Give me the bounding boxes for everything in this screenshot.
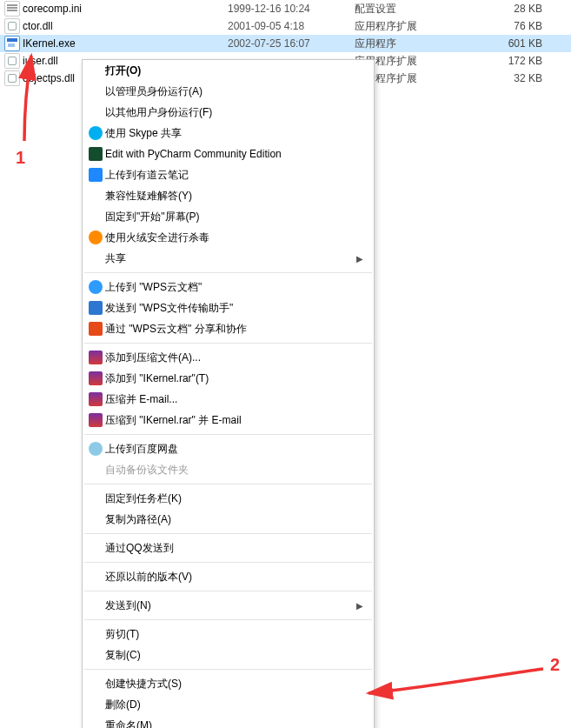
menu-item-label: 固定到任务栏(K) [105, 491, 356, 506]
pc-icon [86, 146, 105, 162]
menu-item[interactable]: 兼容性疑难解答(Y) [83, 185, 374, 206]
menu-item[interactable]: 添加到 "IKernel.rar"(T) [83, 368, 374, 389]
menu-separator [84, 343, 372, 344]
file-ini-icon [3, 1, 21, 17]
rar-icon [86, 350, 105, 365]
menu-item-label: 上传到百度网盘 [105, 442, 356, 457]
menu-item[interactable]: 压缩并 E-mail... [83, 389, 374, 410]
menu-item[interactable]: 重命名(M) [83, 715, 374, 728]
menu-item[interactable]: 共享▶ [83, 248, 374, 269]
menu-item[interactable]: 发送到 "WPS文件传输助手" [83, 297, 374, 318]
file-row[interactable]: IKernel.exe2002-07-25 16:07应用程序601 KB [0, 35, 571, 52]
menu-icon-empty [86, 676, 105, 691]
menu-icon-empty [86, 63, 105, 78]
menu-item-label: 使用 Skype 共享 [105, 126, 356, 141]
cloud-icon [86, 279, 105, 295]
file-size: 28 KB [481, 3, 548, 15]
file-date: 2002-07-25 16:07 [228, 37, 355, 50]
menu-item-label: 添加到 "IKernel.rar"(T) [105, 371, 356, 386]
menu-item: 自动备份该文件夹 [83, 459, 374, 480]
menu-item-label: 还原以前的版本(V) [105, 570, 356, 584]
menu-separator [84, 272, 372, 273]
menu-item-label: 使用火绒安全进行杀毒 [105, 230, 356, 245]
menu-icon-empty [86, 188, 105, 204]
skype-icon [86, 125, 105, 141]
menu-item[interactable]: 剪切(T) [83, 624, 374, 645]
menu-separator [84, 533, 372, 534]
menu-item[interactable]: 上传到 "WPS云文档" [83, 277, 374, 297]
menu-item-label: 通过QQ发送到 [105, 541, 356, 556]
menu-item[interactable]: 打开(O) [83, 60, 374, 81]
menu-item[interactable]: 上传到百度网盘 [83, 438, 374, 459]
file-size: 172 KB [481, 55, 548, 67]
annotation-arrow-2 [348, 648, 565, 718]
menu-item[interactable]: 使用 Skype 共享 [83, 123, 374, 144]
file-date: 1999-12-16 10:24 [228, 3, 355, 15]
file-size: 601 KB [481, 37, 548, 50]
menu-item[interactable]: 使用火绒安全进行杀毒 [83, 227, 374, 248]
menu-item-label: 创建快捷方式(S) [105, 677, 356, 691]
menu-item-label: 打开(O) [105, 63, 356, 78]
menu-item[interactable]: 固定到"开始"屏幕(P) [83, 206, 374, 227]
menu-item[interactable]: 固定到任务栏(K) [83, 488, 374, 509]
menu-item-label: 兼容性疑难解答(Y) [105, 189, 356, 204]
file-type: 应用程序 [355, 37, 481, 51]
menu-item-label: 通过 "WPS云文档" 分享和协作 [105, 322, 356, 337]
rar-icon [86, 412, 105, 428]
file-type: 配置设置 [355, 2, 481, 17]
menu-icon-empty [86, 697, 105, 712]
menu-icon-empty [86, 540, 105, 556]
menu-icon-empty [86, 569, 105, 584]
menu-item[interactable]: 添加到压缩文件(A)... [83, 347, 374, 368]
rar-icon [86, 371, 105, 386]
menu-separator [84, 669, 372, 670]
menu-item-label: 自动备份该文件夹 [105, 463, 356, 478]
menu-item-label: 剪切(T) [105, 627, 356, 642]
menu-item-label: 以其他用户身份运行(F) [105, 105, 356, 120]
menu-item[interactable]: 以其他用户身份运行(F) [83, 102, 374, 123]
menu-separator [84, 434, 372, 435]
file-exe-icon [3, 36, 21, 51]
file-dll-icon [3, 53, 21, 69]
menu-item-label: 重命名(M) [105, 718, 356, 729]
file-row[interactable]: corecomp.ini1999-12-16 10:24配置设置28 KB [0, 0, 571, 17]
file-date: 2001-09-05 4:18 [228, 20, 355, 32]
menu-item[interactable]: 通过QQ发送到 [83, 538, 374, 558]
menu-item-label: 删除(D) [105, 698, 356, 712]
menu-item[interactable]: 复制为路径(A) [83, 509, 374, 530]
yd-icon [86, 167, 105, 183]
file-row[interactable]: ctor.dll2001-09-05 4:18应用程序扩展76 KB [0, 17, 571, 35]
menu-item-label: 以管理员身份运行(A) [105, 84, 356, 99]
menu-item[interactable]: 以管理员身份运行(A) [83, 81, 374, 102]
menu-separator [84, 619, 372, 620]
menu-icon-empty [86, 718, 105, 728]
menu-item[interactable]: 还原以前的版本(V) [83, 566, 374, 587]
menu-icon-empty [86, 250, 105, 266]
menu-item-label: 压缩并 E-mail... [105, 392, 356, 407]
file-name: corecomp.ini [21, 3, 228, 15]
menu-item[interactable]: 通过 "WPS云文档" 分享和协作 [83, 318, 374, 339]
menu-item[interactable]: 压缩到 "IKernel.rar" 并 E-mail [83, 410, 374, 431]
rar-icon [86, 391, 105, 407]
menu-icon-empty [86, 598, 105, 613]
menu-item[interactable]: 复制(C) [83, 645, 374, 665]
menu-item[interactable]: 创建快捷方式(S) [83, 673, 374, 694]
menu-item[interactable]: 上传到有道云笔记 [83, 164, 374, 185]
menu-item[interactable]: 发送到(N)▶ [83, 595, 374, 616]
file-name: IKernel.exe [21, 37, 228, 50]
menu-icon-empty [86, 209, 105, 224]
menu-item-label: 压缩到 "IKernel.rar" 并 E-mail [105, 413, 356, 428]
menu-icon-empty [86, 104, 105, 120]
file-dll-icon [3, 18, 21, 34]
file-size: 32 KB [481, 72, 548, 84]
menu-item-label: 复制为路径(A) [105, 512, 356, 527]
send-icon [86, 300, 105, 316]
baidu-icon [86, 441, 105, 457]
file-name: ctor.dll [21, 20, 228, 32]
fire-icon [86, 230, 105, 245]
submenu-arrow-icon: ▶ [356, 601, 367, 611]
menu-item[interactable]: Edit with PyCharm Community Edition [83, 144, 374, 164]
menu-item-label: 共享 [105, 251, 356, 266]
menu-item-label: 上传到有道云笔记 [105, 168, 356, 183]
menu-item[interactable]: 删除(D) [83, 694, 374, 715]
